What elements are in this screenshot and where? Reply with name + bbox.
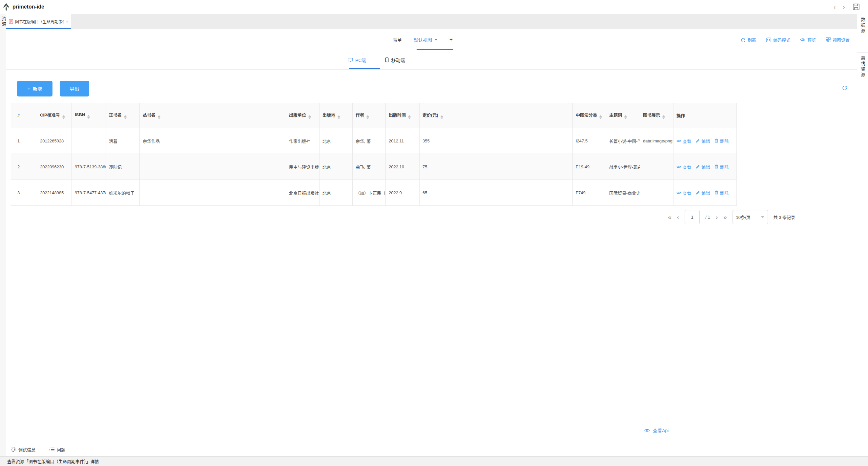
close-icon[interactable]: × (66, 19, 68, 24)
next-page-icon[interactable]: › (716, 214, 718, 220)
row-action-view[interactable]: 查看 (676, 164, 691, 170)
cell-price: 65 (420, 180, 573, 206)
save-icon[interactable] (852, 3, 860, 11)
sort-icon[interactable] (440, 115, 443, 119)
col-header-place[interactable]: 出版地 (319, 103, 353, 128)
code-mode-button[interactable]: 编码模式 (766, 37, 790, 43)
pencil-icon (696, 191, 700, 195)
tab-mobile[interactable]: 移动端 (385, 57, 405, 63)
sort-icon[interactable] (124, 115, 127, 119)
sort-icon[interactable] (662, 115, 665, 119)
cell-text: 余华作品 (143, 139, 160, 144)
row-action-delete[interactable]: 删除 (714, 138, 728, 144)
cell-publisher: 民主与建设出版社 (286, 154, 319, 180)
col-header-cip[interactable]: CIP核准号 (37, 103, 72, 128)
page-number-input[interactable]: 1 (685, 210, 700, 224)
col-header-isbn[interactable]: ISBN (72, 103, 106, 128)
sort-icon[interactable] (62, 115, 65, 119)
cell-ops: 查看编辑删除 (674, 180, 737, 206)
export-button[interactable]: 导出 (60, 81, 89, 96)
preview-button[interactable]: 预览 (800, 37, 816, 43)
right-rail-offline-resources[interactable]: 离线资源 (857, 53, 868, 99)
cell-text: F749 (576, 190, 586, 195)
col-header-publisher[interactable]: 出版单位 (286, 103, 319, 128)
cell-text: E19-49 (576, 165, 589, 169)
cell-text: 战争史-世界-现在 (609, 165, 640, 170)
tab-form[interactable]: 表单 (393, 36, 402, 43)
tab-default-view[interactable]: 默认视图 (414, 36, 438, 43)
add-record-label: 新增 (33, 85, 42, 92)
view-api-link[interactable]: 查看Api (644, 427, 669, 434)
cell-title: 维米尔的帽子 (106, 180, 140, 206)
prev-page-icon[interactable]: ‹ (677, 214, 679, 220)
cell-title: 活着 (106, 128, 140, 154)
row-action-edit[interactable]: 编辑 (696, 138, 710, 144)
sort-icon[interactable] (308, 115, 311, 119)
row-action-edit[interactable]: 编辑 (696, 190, 710, 196)
page-total-label: / 1 (705, 214, 710, 220)
row-action-label: 编辑 (701, 190, 710, 196)
preview-label: 预览 (807, 37, 816, 43)
problems-button[interactable]: 问题 (49, 446, 65, 453)
sort-icon[interactable] (408, 115, 411, 119)
row-action-view[interactable]: 查看 (676, 190, 691, 196)
device-tabs: PC端 移动端 (348, 50, 405, 69)
cell-text: 2012265028 (40, 139, 64, 143)
view-settings-label: 视图设置 (833, 37, 849, 43)
refresh-button[interactable]: 刷新 (741, 37, 756, 43)
right-rail-offline-label: 离线资源 (860, 56, 866, 99)
row-action-label: 删除 (720, 164, 728, 170)
sort-icon[interactable] (338, 115, 340, 119)
cell-isbn (72, 128, 106, 154)
col-header-label: 主题词 (609, 113, 622, 117)
sort-icon[interactable] (158, 115, 160, 119)
page-size-value: 10条/页 (736, 214, 750, 220)
history-forward-icon[interactable]: › (843, 4, 845, 10)
cell-text: data:image/png;b (643, 139, 674, 143)
view-toolbar: 刷新 编码模式 预览 (741, 29, 849, 50)
sort-icon[interactable] (599, 115, 602, 119)
tab-pc[interactable]: PC端 (348, 57, 366, 63)
sort-icon[interactable] (366, 115, 369, 119)
col-header-price[interactable]: 定价(元) (420, 103, 573, 128)
col-header-subject[interactable]: 主题词 (606, 103, 640, 128)
eye-icon (676, 139, 681, 143)
editor-tab-label: 图书在版编目（生命周期事件）* (15, 19, 64, 24)
page-size-select[interactable]: 10条/页 (733, 210, 768, 224)
row-action-edit[interactable]: 编辑 (696, 164, 710, 170)
history-back-icon[interactable]: ‹ (834, 4, 836, 10)
col-header-pub-date[interactable]: 出版时间 (386, 103, 420, 128)
last-page-icon[interactable]: » (723, 214, 727, 220)
cell-title: 逐陆记 (106, 154, 140, 180)
chevron-down-icon[interactable] (434, 39, 438, 41)
debug-info-button[interactable]: 调试信息 (11, 446, 35, 453)
row-action-delete[interactable]: 删除 (714, 190, 728, 196)
col-header-clc[interactable]: 中图法分类 (573, 103, 606, 128)
add-record-button[interactable]: + 新增 (17, 81, 53, 96)
cell-cip: 2022096230 (37, 154, 72, 180)
records-table: #CIP核准号ISBN正书名丛书名出版单位出版地作者出版时间定价(元)中图法分类… (11, 103, 737, 206)
pagination: « ‹ 1 / 1 › » 10条/页 共 3 条记录 (668, 210, 795, 225)
cell-isbn: 978-7-5477-4378 (72, 180, 106, 206)
sort-icon[interactable] (624, 115, 627, 119)
view-settings-button[interactable]: 视图设置 (826, 37, 849, 43)
col-header-display[interactable]: 图书展示 (640, 103, 674, 128)
cell-text: 75 (423, 165, 427, 169)
first-page-icon[interactable]: « (668, 214, 672, 220)
table-refresh-icon[interactable] (842, 85, 847, 90)
col-header-label: # (18, 113, 20, 118)
col-header-author[interactable]: 作者 (353, 103, 386, 128)
view-tabs-row: 表单 默认视图 + 刷新 (6, 29, 857, 50)
col-header-idx: # (11, 103, 37, 128)
editor-tab-book-cip[interactable]: 图书在版编目（生命周期事件）* × (6, 14, 71, 29)
refresh-label: 刷新 (748, 37, 756, 43)
sort-icon[interactable] (87, 115, 90, 119)
add-view-button[interactable]: + (450, 36, 453, 43)
cell-text: 民主与建设出版社 (289, 165, 319, 170)
col-header-series[interactable]: 丛书名 (140, 103, 286, 128)
right-rail-datasource[interactable]: 数据源 (857, 14, 868, 53)
cell-text: 2022.10 (389, 165, 404, 169)
col-header-title[interactable]: 正书名 (106, 103, 140, 128)
row-action-delete[interactable]: 删除 (714, 164, 728, 170)
row-action-view[interactable]: 查看 (676, 138, 691, 144)
